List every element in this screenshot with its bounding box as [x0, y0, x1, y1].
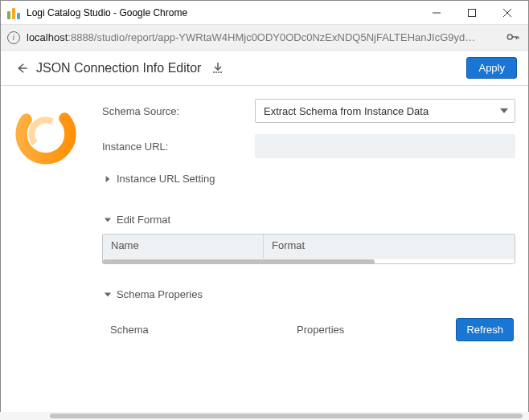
window-titlebar: Logi Catalog Studio - Google Chrome: [1, 1, 528, 25]
table-col-name[interactable]: Name: [103, 234, 264, 259]
svg-marker-13: [500, 108, 508, 113]
schema-column-header: Schema: [104, 324, 297, 336]
schema-properties-panel: Schema Properties Refresh: [102, 318, 515, 341]
apply-button[interactable]: Apply: [466, 57, 517, 79]
instance-url-input[interactable]: [255, 134, 515, 158]
chevron-down-icon: [102, 217, 113, 223]
instance-url-setting-label: Instance URL Setting: [117, 173, 215, 185]
url-text[interactable]: localhost:8888/studio/report/app-YWRtaW4…: [27, 31, 501, 43]
window-close-button[interactable]: [490, 2, 525, 24]
schema-properties-label: Schema Properies: [117, 288, 203, 300]
browser-url-bar[interactable]: i localhost:8888/studio/report/app-YWRta…: [1, 25, 528, 51]
window-minimize-button[interactable]: [419, 2, 454, 24]
schema-source-value: Extract Schema from Instance Data: [264, 105, 429, 117]
chevron-right-icon: [102, 176, 113, 182]
svg-marker-14: [106, 176, 110, 182]
scrollbar-thumb[interactable]: [103, 259, 375, 264]
json-connection-icon: [14, 102, 78, 166]
svg-point-11: [14, 102, 78, 166]
table-col-format[interactable]: Format: [264, 234, 515, 259]
app-logo-icon: [7, 6, 20, 19]
table-horizontal-scrollbar[interactable]: [103, 259, 515, 263]
instance-url-label: Instance URL:: [102, 141, 255, 153]
content-horizontal-scrollbar[interactable]: [0, 412, 529, 420]
back-button[interactable]: [12, 59, 31, 78]
properties-column-header: Properties: [297, 324, 456, 336]
refresh-button[interactable]: Refresh: [456, 318, 514, 341]
import-icon[interactable]: [209, 59, 227, 77]
schema-source-select[interactable]: Extract Schema from Instance Data: [255, 99, 515, 123]
svg-point-4: [507, 35, 512, 39]
window-title: Logi Catalog Studio - Google Chrome: [27, 7, 419, 18]
edit-format-toggle[interactable]: Edit Format: [102, 214, 515, 226]
instance-url-setting-toggle[interactable]: Instance URL Setting: [102, 173, 515, 185]
chevron-down-icon: [102, 292, 113, 298]
editor-content: Schema Source: Extract Schema from Insta…: [1, 86, 528, 410]
schema-properties-toggle[interactable]: Schema Properies: [102, 288, 515, 300]
page-title: JSON Connection Info Editor: [36, 61, 201, 75]
chevron-down-icon: [500, 105, 508, 117]
edit-format-label: Edit Format: [117, 214, 170, 226]
svg-rect-1: [469, 9, 476, 16]
connection-logo: [14, 99, 102, 341]
svg-marker-16: [105, 292, 111, 296]
edit-format-table: Name Format: [102, 234, 515, 264]
svg-marker-15: [105, 218, 111, 222]
editor-header: JSON Connection Info Editor Apply: [1, 51, 528, 86]
site-info-icon[interactable]: i: [7, 31, 20, 44]
schema-source-label: Schema Source:: [102, 105, 255, 117]
window-maximize-button[interactable]: [454, 2, 490, 24]
saved-password-key-icon[interactable]: [506, 30, 522, 46]
scrollbar-thumb[interactable]: [50, 414, 523, 418]
